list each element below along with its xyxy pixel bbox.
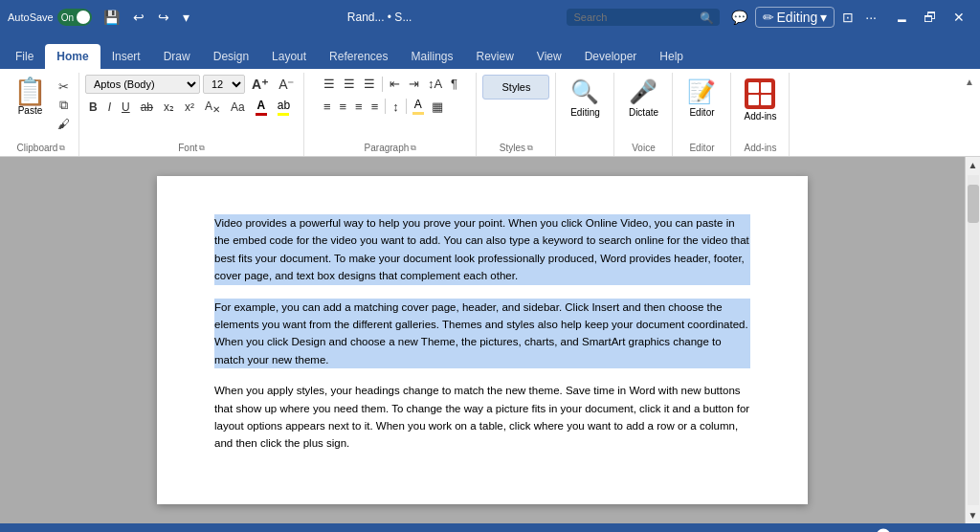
zoom-slider[interactable] — [847, 528, 924, 532]
borders-button[interactable]: ▦ — [428, 98, 447, 116]
autosave-knob — [77, 11, 90, 24]
editing-label-row: x — [583, 141, 588, 156]
font-name-select[interactable]: Aptos (Body) — [85, 75, 200, 94]
center-button[interactable]: ≡ — [335, 98, 350, 116]
editing-badge-button[interactable]: ✏ File Editing ▾ — [755, 7, 835, 28]
close-button[interactable]: ✕ — [946, 4, 972, 31]
sort-button[interactable]: ↕A — [424, 75, 446, 93]
show-hide-button[interactable]: ¶ — [447, 75, 461, 93]
editing-button[interactable]: 🔍 Editing — [562, 75, 608, 122]
paragraph-expand-button[interactable]: ⧉ — [411, 144, 416, 153]
clear-format-button[interactable]: A✕ — [201, 98, 224, 117]
tab-review[interactable]: Review — [465, 44, 525, 69]
addins-cell-4 — [761, 95, 771, 105]
addins-button[interactable]: Add-ins — [737, 75, 783, 125]
highlight-ab: ab — [278, 99, 290, 112]
editing-icon: 🔍 — [570, 78, 599, 105]
strikethrough-button[interactable]: ab — [137, 99, 157, 116]
highlight-button[interactable]: ab — [274, 97, 294, 118]
tab-insert[interactable]: Insert — [100, 44, 152, 69]
font-color-button[interactable]: A — [252, 97, 271, 118]
minimize-button[interactable]: 🗕 — [888, 4, 915, 31]
paragraph-1: Video provides a powerful way to help yo… — [214, 214, 750, 285]
paragraph-2: For example, you can add a matching cove… — [214, 299, 750, 369]
undo-button[interactable]: ↩ — [129, 8, 148, 27]
tab-help[interactable]: Help — [648, 44, 695, 69]
bold-button[interactable]: B — [85, 99, 101, 116]
redo-button[interactable]: ↪ — [154, 8, 173, 27]
editor-button[interactable]: 📝 Editor — [679, 75, 724, 122]
increase-indent-button[interactable]: ⇥ — [405, 75, 423, 93]
font-expand-button[interactable]: ⧉ — [199, 144, 205, 153]
styles-button[interactable]: Styles — [482, 75, 549, 100]
tab-design[interactable]: Design — [202, 44, 260, 69]
dictate-button[interactable]: 🎤 Dictate — [620, 75, 666, 122]
addins-icon — [745, 78, 775, 109]
tab-view[interactable]: View — [525, 44, 573, 69]
search-input[interactable] — [567, 9, 720, 26]
font-label-row: Font ⧉ — [178, 141, 205, 156]
tab-home[interactable]: Home — [45, 44, 100, 69]
collapse-ribbon-button[interactable]: ▲ — [965, 77, 974, 87]
cut-button[interactable]: ✂ — [55, 78, 73, 95]
autosave-toggle[interactable]: On — [57, 9, 92, 26]
tab-mailings[interactable]: Mailings — [399, 44, 464, 69]
shrink-font-button[interactable]: A⁻ — [275, 75, 298, 94]
status-right: Display Settings − + 100% — [749, 528, 972, 532]
copy-button[interactable]: ⧉ — [55, 97, 73, 114]
font-size-select[interactable]: 12 — [203, 75, 245, 94]
tab-draw[interactable]: Draw — [152, 44, 202, 69]
paste-label: Paste — [18, 105, 43, 116]
line-spacing-button[interactable]: ↕ — [389, 98, 403, 116]
customize-qat-button[interactable]: ▾ — [179, 8, 193, 27]
font-color-a: A — [256, 99, 265, 112]
clipboard-expand-button[interactable]: ⧉ — [59, 144, 65, 153]
tab-file[interactable]: File — [4, 44, 45, 69]
underline-button[interactable]: U — [118, 99, 134, 116]
restore-button[interactable]: 🗗 — [917, 4, 944, 31]
more-options-button[interactable]: ··· — [861, 8, 880, 27]
change-case-button[interactable]: Aa — [227, 99, 249, 116]
dictate-label: Dictate — [629, 107, 658, 118]
title-right-icons: 💬 ✏ File Editing ▾ ⊡ ··· — [727, 7, 880, 28]
scroll-track[interactable] — [968, 175, 979, 505]
justify-button[interactable]: ≡ — [368, 98, 383, 116]
decrease-indent-button[interactable]: ⇤ — [386, 75, 404, 93]
tab-layout[interactable]: Layout — [260, 44, 318, 69]
editor-label-row: Editor — [689, 141, 714, 156]
align-right-button[interactable]: ≡ — [351, 98, 367, 116]
format-painter-button[interactable]: 🖌 — [55, 116, 73, 132]
share-button[interactable]: ⊡ — [838, 8, 858, 27]
doc-scroll-wrapper[interactable]: Video provides a powerful way to help yo… — [0, 157, 965, 523]
scroll-down-button[interactable]: ▼ — [966, 507, 980, 523]
subscript-button[interactable]: x₂ — [160, 99, 178, 116]
italic-button[interactable]: I — [104, 99, 115, 116]
editor-label: Editor — [689, 107, 714, 118]
styles-gallery: Styles — [482, 75, 549, 100]
editing-text: Editing — [777, 10, 818, 25]
align-left-button[interactable]: ≡ — [320, 98, 335, 116]
scroll-up-button[interactable]: ▲ — [966, 157, 980, 173]
comment-button[interactable]: 💬 — [727, 8, 751, 27]
title-icons: 💾 ↩ ↪ ▾ — [100, 8, 193, 27]
multilevel-button[interactable]: ☰ — [360, 75, 379, 93]
numbering-button[interactable]: ☰ — [340, 75, 359, 93]
font-content: Aptos (Body) 12 A⁺ A⁻ B I U ab x₂ x² A✕ … — [85, 73, 298, 141]
addins-cell-3 — [748, 95, 759, 105]
grow-font-button[interactable]: A⁺ — [248, 75, 272, 94]
shading-button[interactable]: A — [410, 96, 427, 117]
scroll-thumb[interactable] — [968, 185, 979, 223]
paste-button[interactable]: 📋 Paste — [8, 75, 53, 136]
save-button[interactable]: 💾 — [100, 8, 123, 27]
font-label: Font — [178, 141, 197, 156]
bullets-button[interactable]: ☰ — [320, 75, 339, 93]
addins-cell-1 — [748, 82, 759, 93]
dictate-icon: 🎤 — [629, 78, 657, 105]
window-controls: 🗕 🗗 ✕ — [888, 4, 972, 31]
tab-references[interactable]: References — [318, 44, 399, 69]
superscript-button[interactable]: x² — [181, 99, 198, 116]
editor-group: 📝 Editor Editor — [673, 73, 731, 156]
voice-content: 🎤 Dictate — [620, 73, 666, 141]
styles-expand-button[interactable]: ⧉ — [527, 144, 533, 153]
tab-developer[interactable]: Developer — [573, 44, 649, 69]
